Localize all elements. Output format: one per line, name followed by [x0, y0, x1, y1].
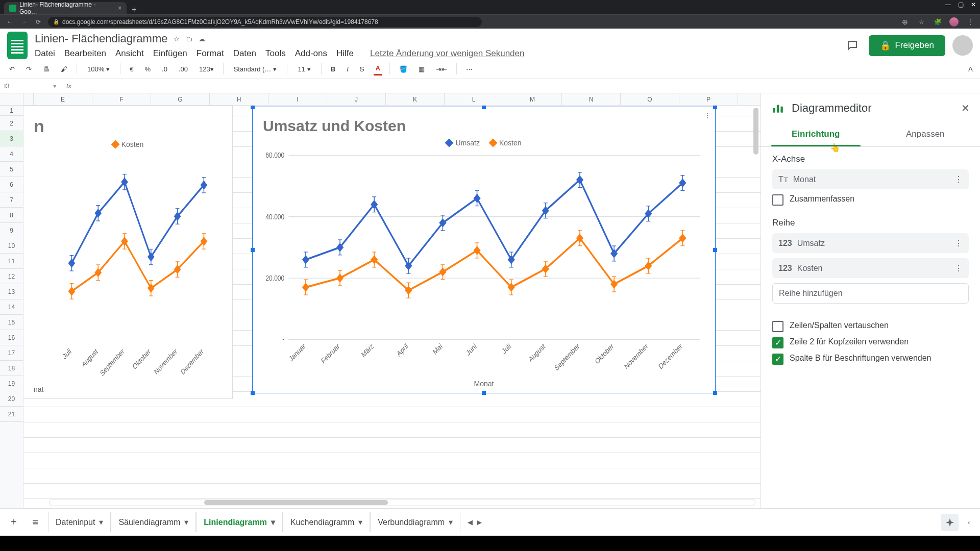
sheet-tab[interactable]: Dateninput▾: [48, 512, 111, 532]
italic-icon[interactable]: I: [345, 63, 351, 75]
col-header[interactable]: L: [445, 93, 503, 105]
close-icon[interactable]: ✕: [961, 102, 970, 114]
star-doc-icon[interactable]: ☆: [174, 35, 180, 43]
browser-tab[interactable]: Linien- Flächendiagramme - Goo… ×: [4, 2, 127, 14]
col-header[interactable]: O: [621, 93, 679, 105]
col-header[interactable]: I: [268, 93, 327, 105]
last-edit-link[interactable]: Letzte Änderung vor wenigen Sekunden: [370, 48, 524, 59]
tab-close-icon[interactable]: ×: [118, 5, 121, 12]
percent-icon[interactable]: %: [142, 63, 153, 75]
win-min[interactable]: —: [945, 1, 951, 8]
print-icon[interactable]: 🖶: [41, 63, 52, 75]
col-header[interactable]: N: [562, 93, 621, 105]
explore-button[interactable]: [941, 514, 959, 531]
cells-canvas[interactable]: n Kosten JuliAugustSeptemberOktoberNovem…: [23, 106, 761, 508]
forward-icon[interactable]: →: [19, 18, 29, 26]
row-header[interactable]: 10: [0, 238, 23, 254]
menu-insert[interactable]: Einfügen: [153, 48, 187, 59]
win-max[interactable]: ▢: [958, 1, 964, 8]
borders-icon[interactable]: ▦: [416, 63, 427, 75]
row-header[interactable]: 11: [0, 254, 23, 269]
tab-setup[interactable]: Einrichtung 👆: [761, 123, 871, 146]
profile-avatar-icon[interactable]: [949, 17, 959, 27]
row-header[interactable]: 7: [0, 192, 23, 208]
menu-format[interactable]: Format: [197, 48, 224, 59]
series-chip-kosten[interactable]: 123 Kosten ⋮: [772, 258, 969, 278]
reload-icon[interactable]: ⟳: [34, 18, 43, 26]
row-header[interactable]: 19: [0, 376, 23, 391]
col-header[interactable]: M: [503, 93, 562, 105]
vertical-scrollbar[interactable]: [752, 108, 760, 498]
comments-button[interactable]: [843, 36, 862, 55]
menu-data[interactable]: Daten: [233, 48, 256, 59]
font-select[interactable]: Standard (… ▾: [231, 64, 280, 74]
chart-more-icon[interactable]: ⋮: [704, 111, 711, 119]
sheet-tab[interactable]: Verbunddiagramm▾: [370, 512, 460, 532]
side-panel-toggle-icon[interactable]: ‹: [963, 518, 975, 526]
sheet-nav-left-icon[interactable]: ◀: [468, 518, 473, 526]
move-icon[interactable]: 🗀: [186, 35, 192, 43]
sheets-logo-icon[interactable]: [7, 32, 28, 59]
menu-view[interactable]: Ansicht: [115, 48, 144, 59]
row-header[interactable]: 16: [0, 330, 23, 345]
xaxis-chip[interactable]: Tᴛ Monat ⋮: [772, 169, 969, 189]
undo-icon[interactable]: ↶: [7, 63, 17, 75]
zoom-icon[interactable]: ⊕: [900, 18, 910, 26]
col-header[interactable]: J: [327, 93, 386, 105]
aggregate-checkbox[interactable]: [772, 194, 783, 206]
account-avatar[interactable]: [952, 35, 973, 56]
sheet-nav-right-icon[interactable]: ▶: [477, 518, 482, 526]
redo-icon[interactable]: ↷: [24, 63, 34, 75]
sheet-tab[interactable]: Säulendiagramm▾: [111, 512, 196, 532]
tab-customize[interactable]: Anpassen: [871, 123, 981, 146]
row-header[interactable]: 18: [0, 361, 23, 376]
row-header[interactable]: 8: [0, 208, 23, 223]
address-bar[interactable]: 🔒 docs.google.com/spreadsheets/d/16sZAG8…: [48, 17, 482, 27]
dec-increase-icon[interactable]: .00: [177, 63, 190, 75]
add-series-button[interactable]: Reihe hinzufügen: [772, 283, 969, 304]
row-header[interactable]: 21: [0, 407, 23, 422]
menu-help[interactable]: Hilfe: [336, 48, 354, 59]
row-header[interactable]: 9: [0, 223, 23, 238]
merge-icon[interactable]: ⇥⇤: [434, 63, 449, 75]
win-close[interactable]: ✕: [971, 1, 976, 8]
col-header[interactable]: G: [151, 93, 210, 105]
currency-icon[interactable]: €: [128, 63, 135, 75]
dec-decrease-icon[interactable]: .0: [160, 63, 169, 75]
row-header[interactable]: 13: [0, 284, 23, 299]
row-header[interactable]: 3: [0, 131, 23, 146]
row-header[interactable]: 1: [0, 106, 23, 116]
font-size-select[interactable]: 11 ▾: [295, 64, 313, 74]
menu-file[interactable]: Datei: [35, 48, 55, 59]
row-header[interactable]: 5: [0, 162, 23, 177]
switch-checkbox[interactable]: [772, 321, 783, 332]
sheet-dropdown-icon[interactable]: ▾: [449, 517, 453, 527]
row-header[interactable]: 2: [0, 116, 23, 131]
row-header[interactable]: 12: [0, 269, 23, 284]
labels-col-checkbox[interactable]: [772, 354, 783, 365]
bold-icon[interactable]: B: [329, 63, 337, 75]
sheet-dropdown-icon[interactable]: ▾: [184, 517, 188, 527]
sheet-tab[interactable]: Liniendiagramm▾: [196, 512, 283, 532]
name-box[interactable]: I3▾: [0, 82, 61, 90]
cloud-status-icon[interactable]: ☁: [199, 35, 205, 43]
back-icon[interactable]: ←: [5, 18, 14, 26]
chip-more-icon[interactable]: ⋮: [954, 174, 963, 184]
col-header[interactable]: P: [679, 93, 738, 105]
sheet-dropdown-icon[interactable]: ▾: [271, 517, 275, 527]
strike-icon[interactable]: S: [358, 63, 366, 75]
menu-edit[interactable]: Bearbeiten: [64, 48, 106, 59]
col-header[interactable]: H: [210, 93, 268, 105]
menu-icon[interactable]: ⋮: [966, 18, 975, 26]
col-header[interactable]: K: [386, 93, 445, 105]
horizontal-scrollbar[interactable]: [49, 499, 755, 506]
extensions-icon[interactable]: 🧩: [933, 18, 942, 26]
share-button[interactable]: 🔒 Freigeben: [869, 35, 945, 56]
text-color-icon[interactable]: A: [374, 62, 382, 76]
select-all-corner[interactable]: [0, 93, 23, 105]
all-sheets-icon[interactable]: ≡: [27, 514, 44, 531]
row-header[interactable]: 15: [0, 315, 23, 330]
row-header[interactable]: 17: [0, 345, 23, 361]
header-row-checkbox[interactable]: [772, 337, 783, 348]
more-toolbar-icon[interactable]: ⋯: [464, 63, 475, 75]
